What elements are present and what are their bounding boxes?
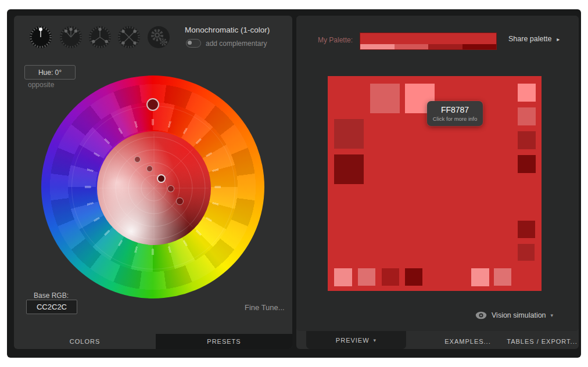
shade-marker[interactable] bbox=[167, 185, 174, 192]
palette-shade-swatch[interactable] bbox=[428, 44, 462, 49]
vision-simulation-label: Vision simulation bbox=[492, 311, 546, 319]
tooltip-hint: Click for more info bbox=[433, 116, 478, 122]
fine-tune-link[interactable]: Fine Tune... bbox=[245, 303, 285, 312]
adjacent-colors-knob-icon[interactable] bbox=[59, 26, 83, 49]
freestyle-gears-icon[interactable] bbox=[147, 26, 170, 49]
shade-marker[interactable] bbox=[157, 174, 166, 183]
tab-colors[interactable]: COLORS bbox=[14, 334, 156, 349]
preview-square[interactable] bbox=[405, 268, 422, 286]
color-tooltip: FF8787 Click for more info bbox=[427, 101, 483, 126]
paletton-app: Monochromatic (1-color) add complementar… bbox=[7, 9, 581, 358]
preview-square[interactable] bbox=[382, 268, 399, 286]
add-complementary-label: add complementary bbox=[206, 39, 267, 48]
preview-square[interactable] bbox=[334, 154, 364, 184]
color-wheel[interactable] bbox=[41, 75, 264, 298]
preview-square[interactable] bbox=[471, 268, 489, 286]
preview-square[interactable] bbox=[494, 268, 511, 286]
add-complementary-toggle[interactable] bbox=[186, 39, 201, 48]
palette-shade-swatches bbox=[360, 44, 496, 49]
preview-square[interactable] bbox=[518, 221, 535, 238]
monochromatic-knob-icon[interactable] bbox=[29, 26, 52, 49]
left-tab-bar: COLORS PRESETS bbox=[14, 334, 292, 349]
share-palette-label: Share palette bbox=[508, 35, 551, 43]
my-palette-strip[interactable] bbox=[360, 33, 497, 50]
disc-polar-grid bbox=[97, 131, 211, 245]
share-arrow-icon: ▸ bbox=[557, 36, 560, 42]
tab-examples[interactable]: EXAMPLES... bbox=[436, 334, 500, 349]
shade-marker[interactable] bbox=[176, 197, 184, 205]
saturation-brightness-disc[interactable] bbox=[97, 131, 211, 245]
wheel-panel: Monochromatic (1-color) add complementar… bbox=[14, 16, 292, 349]
preview-square[interactable] bbox=[518, 84, 536, 102]
tooltip-hex-value: FF8787 bbox=[441, 105, 469, 114]
shade-marker[interactable] bbox=[146, 165, 153, 172]
tab-presets[interactable]: PRESETS bbox=[156, 334, 292, 349]
eye-icon bbox=[475, 311, 487, 319]
preview-square[interactable] bbox=[370, 84, 400, 113]
preview-square[interactable] bbox=[358, 268, 375, 286]
scheme-name: Monochromatic (1-color) bbox=[185, 26, 270, 34]
preview-content-area: My Palette: Share palette ▸ FF8787 Click… bbox=[296, 16, 579, 331]
triad-knob-icon[interactable] bbox=[88, 26, 112, 49]
vision-simulation-dropdown[interactable]: Vision simulation ▾ bbox=[475, 311, 553, 319]
preview-square[interactable] bbox=[518, 107, 536, 125]
palette-shade-swatch[interactable] bbox=[395, 44, 429, 49]
base-rgb-input[interactable] bbox=[26, 300, 77, 314]
hue-marker[interactable] bbox=[146, 98, 159, 111]
app-root: Monochromatic (1-color) add complementar… bbox=[0, 0, 588, 367]
preview-square[interactable] bbox=[518, 155, 536, 173]
palette-main-swatch[interactable] bbox=[360, 33, 496, 44]
preview-square[interactable] bbox=[518, 244, 535, 261]
share-palette-button[interactable]: Share palette ▸ bbox=[508, 35, 560, 43]
preview-square[interactable] bbox=[518, 131, 536, 149]
chevron-down-icon: ▾ bbox=[551, 312, 554, 318]
preview-panel: My Palette: Share palette ▸ FF8787 Click… bbox=[296, 16, 579, 349]
palette-shade-swatch[interactable] bbox=[462, 44, 497, 49]
shade-marker[interactable] bbox=[134, 156, 141, 163]
right-tab-bar: EXAMPLES... TABLES / EXPORT... bbox=[296, 334, 579, 349]
palette-shade-swatch[interactable] bbox=[360, 44, 395, 49]
tetrad-knob-icon[interactable] bbox=[117, 26, 141, 49]
toggle-knob bbox=[188, 41, 192, 45]
base-rgb-label: Base RGB: bbox=[34, 292, 69, 300]
preview-square[interactable] bbox=[334, 268, 352, 286]
preview-square[interactable] bbox=[334, 119, 364, 149]
tab-tables-export[interactable]: TABLES / EXPORT... bbox=[505, 334, 579, 349]
example-preview-canvas[interactable]: FF8787 Click for more info bbox=[328, 76, 542, 291]
my-palette-label: My Palette: bbox=[318, 36, 353, 44]
